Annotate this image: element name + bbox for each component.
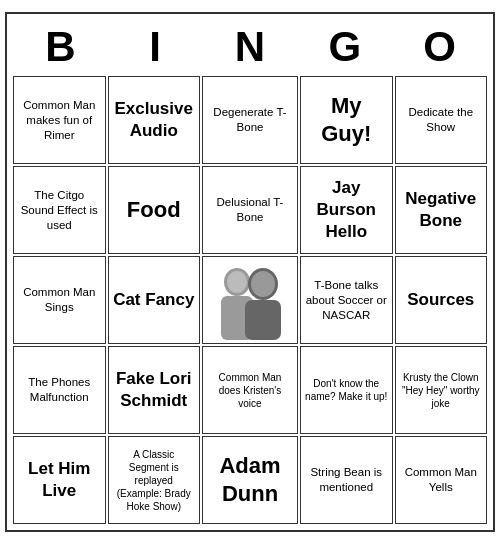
cell-text: Adam Dunn bbox=[207, 452, 293, 509]
cell-text: Dedicate the Show bbox=[400, 105, 483, 135]
cell-text: Common Man makes fun of Rimer bbox=[18, 98, 101, 143]
svg-point-4 bbox=[227, 271, 247, 293]
cell-text: Sources bbox=[407, 289, 474, 311]
bingo-cell-r3c4: Krusty the Clown "Hey Hey" worthy joke bbox=[395, 346, 488, 434]
cell-text: The Phones Malfunction bbox=[18, 375, 101, 405]
header-letter: O bbox=[392, 20, 487, 74]
bingo-cell-r0c3: My Guy! bbox=[300, 76, 393, 164]
cell-text: Degenerate T-Bone bbox=[207, 105, 293, 135]
bingo-cell-r2c1: Cat Fancy bbox=[108, 256, 201, 344]
cell-text: Common Man Sings bbox=[18, 285, 101, 315]
bingo-cell-r4c0: Let Him Live bbox=[13, 436, 106, 524]
bingo-cell-r4c1: A Classic Segment is replayed (Example: … bbox=[108, 436, 201, 524]
bingo-cell-r2c0: Common Man Sings bbox=[13, 256, 106, 344]
header-letter: G bbox=[297, 20, 392, 74]
bingo-cell-r2c4: Sources bbox=[395, 256, 488, 344]
bingo-cell-r3c1: Fake Lori Schmidt bbox=[108, 346, 201, 434]
cell-text: Common Man does Kristen's voice bbox=[207, 371, 293, 410]
bingo-cell-r3c3: Don't know the name? Make it up! bbox=[300, 346, 393, 434]
two-person-image bbox=[205, 260, 295, 340]
bingo-cell-r1c2: Delusional T-Bone bbox=[202, 166, 298, 254]
bingo-cell-r1c1: Food bbox=[108, 166, 201, 254]
bingo-cell-r1c4: Negative Bone bbox=[395, 166, 488, 254]
cell-text: Krusty the Clown "Hey Hey" worthy joke bbox=[400, 371, 483, 410]
bingo-cell-r0c1: Exclusive Audio bbox=[108, 76, 201, 164]
bingo-cell-r0c2: Degenerate T-Bone bbox=[202, 76, 298, 164]
bingo-cell-r1c3: Jay Burson Hello bbox=[300, 166, 393, 254]
header-letter: I bbox=[108, 20, 203, 74]
cell-text: T-Bone talks about Soccer or NASCAR bbox=[305, 278, 388, 323]
cell-text: Delusional T-Bone bbox=[207, 195, 293, 225]
cell-text: Don't know the name? Make it up! bbox=[305, 377, 388, 403]
svg-rect-3 bbox=[245, 300, 281, 340]
cell-text: My Guy! bbox=[305, 92, 388, 149]
bingo-cell-r0c4: Dedicate the Show bbox=[395, 76, 488, 164]
cell-text: Jay Burson Hello bbox=[305, 177, 388, 243]
header-letter: B bbox=[13, 20, 108, 74]
bingo-cell-r3c2: Common Man does Kristen's voice bbox=[202, 346, 298, 434]
bingo-cell-r2c3: T-Bone talks about Soccer or NASCAR bbox=[300, 256, 393, 344]
bingo-cell-r1c0: The Citgo Sound Effect is used bbox=[13, 166, 106, 254]
cell-text: Common Man Yells bbox=[400, 465, 483, 495]
cell-text: String Bean is mentioned bbox=[305, 465, 388, 495]
bingo-header: BINGO bbox=[13, 20, 487, 74]
cell-text: The Citgo Sound Effect is used bbox=[18, 188, 101, 233]
bingo-cell-r4c3: String Bean is mentioned bbox=[300, 436, 393, 524]
header-letter: N bbox=[203, 20, 298, 74]
bingo-cell-r0c0: Common Man makes fun of Rimer bbox=[13, 76, 106, 164]
bingo-cell-r3c0: The Phones Malfunction bbox=[13, 346, 106, 434]
bingo-cell-r2c2 bbox=[202, 256, 298, 344]
cell-text: Cat Fancy bbox=[113, 289, 194, 311]
cell-text: Exclusive Audio bbox=[113, 98, 196, 142]
cell-text: Negative Bone bbox=[400, 188, 483, 232]
bingo-cell-r4c4: Common Man Yells bbox=[395, 436, 488, 524]
cell-text: Let Him Live bbox=[18, 458, 101, 502]
bingo-card: BINGO Common Man makes fun of RimerExclu… bbox=[5, 12, 495, 532]
cell-text: Food bbox=[127, 196, 181, 225]
bingo-grid: Common Man makes fun of RimerExclusive A… bbox=[13, 76, 487, 524]
bingo-cell-r4c2: Adam Dunn bbox=[202, 436, 298, 524]
svg-point-5 bbox=[251, 271, 275, 297]
cell-text: Fake Lori Schmidt bbox=[113, 368, 196, 412]
cell-text: A Classic Segment is replayed (Example: … bbox=[113, 448, 196, 513]
